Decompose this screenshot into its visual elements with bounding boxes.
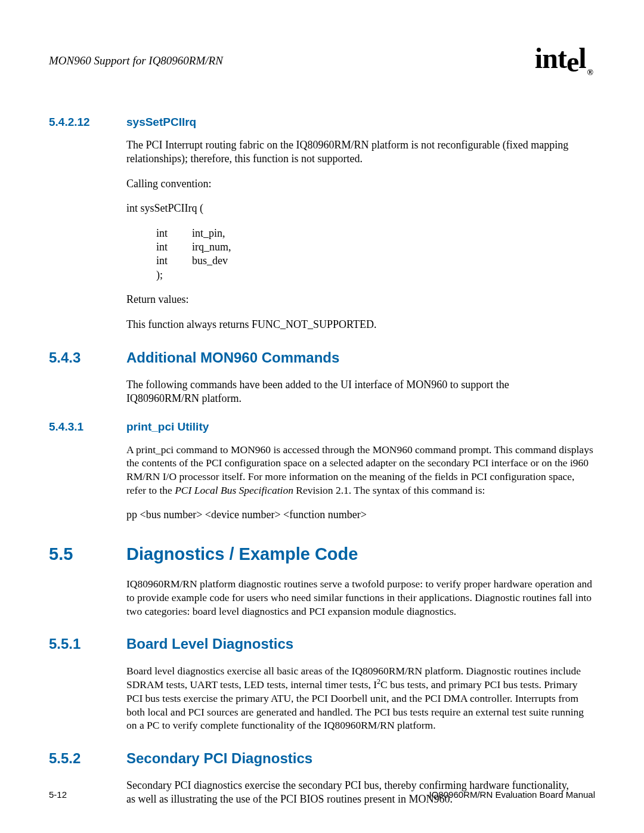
arg-type: int xyxy=(156,240,192,254)
code-line: int sysSetPCIIrq ( xyxy=(126,202,580,215)
code-row: int irq_num, xyxy=(156,240,595,254)
code-line: pp <bus number> <device number> <functio… xyxy=(126,508,580,522)
logo-main: int xyxy=(535,42,566,74)
heading-num: 5.5 xyxy=(49,544,126,564)
paragraph: The following commands have been added t… xyxy=(126,378,580,406)
paragraph: Calling convention: xyxy=(126,177,580,191)
heading-text: Secondary PCI Diagnostics xyxy=(126,750,312,767)
code-block: int int_pin, int irq_num, int bus_dev ); xyxy=(156,227,595,283)
heading-num: 5.5.2 xyxy=(49,750,126,767)
heading-num: 5.4.3 xyxy=(49,349,126,366)
logo-sub-e: e xyxy=(566,46,578,78)
page-header: MON960 Support for IQ80960RM/RN intel® xyxy=(49,47,595,75)
heading-text: Board Level Diagnostics xyxy=(126,636,293,652)
arg-type: int xyxy=(156,254,192,268)
arg-name: int_pin, xyxy=(192,227,225,240)
heading-num: 5.4.2.12 xyxy=(49,116,126,129)
heading-num: 5.4.3.1 xyxy=(49,420,126,433)
text-run: Revision 2.1. The syntax of this command… xyxy=(293,484,485,496)
heading-5431: 5.4.3.1 print_pci Utility xyxy=(49,420,595,433)
heading-552: 5.5.2 Secondary PCI Diagnostics xyxy=(49,750,595,767)
heading-551: 5.5.1 Board Level Diagnostics xyxy=(49,636,595,652)
arg-close: ); xyxy=(156,268,192,282)
heading-text: Additional MON960 Commands xyxy=(126,349,339,366)
heading-text: print_pci Utility xyxy=(126,420,209,433)
body: 5.4.2.12 sysSetPCIIrq The PCI Interrupt … xyxy=(49,79,595,807)
logo-registered-icon: ® xyxy=(587,68,593,77)
code-row: int bus_dev xyxy=(156,254,595,268)
code-row: int int_pin, xyxy=(156,227,595,240)
heading-55: 5.5 Diagnostics / Example Code xyxy=(49,544,595,564)
heading-text: Diagnostics / Example Code xyxy=(126,544,358,564)
paragraph: IQ80960RM/RN platform diagnostic routine… xyxy=(126,577,595,618)
doc-footer-title: IQ80960RM/RN Evaluation Board Manual xyxy=(429,789,595,800)
arg-name: irq_num, xyxy=(192,240,231,254)
heading-num: 5.5.1 xyxy=(49,636,126,652)
paragraph: Board level diagnostics exercise all bas… xyxy=(126,664,595,732)
code-row: ); xyxy=(156,268,595,282)
page-footer: 5-12 IQ80960RM/RN Evaluation Board Manua… xyxy=(49,789,595,800)
logo-sub-l: l xyxy=(578,42,586,74)
arg-name: bus_dev xyxy=(192,254,228,268)
page: MON960 Support for IQ80960RM/RN intel® 5… xyxy=(0,0,644,833)
page-number: 5-12 xyxy=(49,789,67,800)
text-italic: PCI Local Bus Specification xyxy=(175,484,293,496)
heading-543: 5.4.3 Additional MON960 Commands xyxy=(49,349,595,366)
intel-logo: intel® xyxy=(535,44,595,73)
paragraph: The PCI Interrupt routing fabric on the … xyxy=(126,138,580,166)
paragraph: Return values: xyxy=(126,293,580,306)
heading-text: sysSetPCIIrq xyxy=(126,116,196,129)
doc-title: MON960 Support for IQ80960RM/RN xyxy=(49,54,223,67)
arg-type: int xyxy=(156,227,192,240)
heading-54212: 5.4.2.12 sysSetPCIIrq xyxy=(49,116,595,129)
paragraph: A print_pci command to MON960 is accesse… xyxy=(126,443,595,497)
paragraph: This function always returns FUNC_NOT_SU… xyxy=(126,318,580,332)
